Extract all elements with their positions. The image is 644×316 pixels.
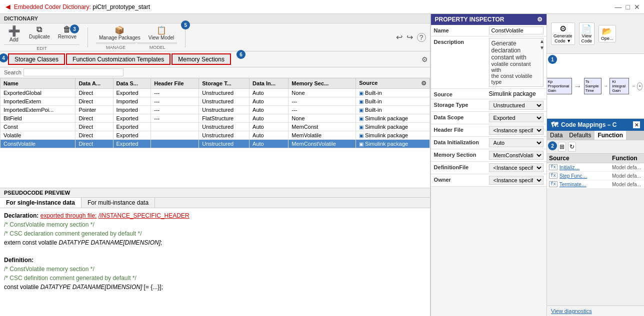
code-map-columns: Source Function [547,154,644,163]
data-init-select[interactable]: Auto Static Dynamic [489,138,544,147]
code-tab-defaults[interactable]: Defaults [566,131,594,140]
data-scope-select[interactable]: Exported Imported Global [489,113,544,122]
fx-badge: fx [549,173,558,179]
memory-section-select[interactable]: MemConstVolatile [489,151,544,160]
cell-data-a: Direct [76,131,113,140]
help-button[interactable]: ? [417,33,426,42]
scroll-down-icon[interactable]: ▼ [540,45,544,50]
tabs-settings-icon[interactable]: ⚙ [422,55,428,63]
owner-select[interactable]: <Instance specific> [489,176,544,185]
decl-code-3: extern const volatile DATATYPE DATANAME[… [4,238,426,248]
prop-label-header-file: Header File [434,126,489,133]
prop-row-storage-type: Storage Type Unstructured FlatStructure … [431,99,546,112]
code-map-value: Model defa... [612,165,642,170]
prop-value-definition-file: <Instance specific> [489,163,544,172]
view-diagnostics-link[interactable]: View diagnostics [547,306,644,316]
code-map-row[interactable]: fx Step Func… Model defa... [547,172,644,180]
code-map-row[interactable]: fx Initializ… Model defa... [547,163,644,172]
cell-source: ▣ Built-in [356,89,430,97]
prop-label-definition-file: DefinitionFile [434,163,489,170]
window-controls: — □ ✕ [615,3,640,11]
cell-header-file: --- [151,97,199,106]
header-file-select[interactable]: <Instance specific> [489,126,544,135]
col-source: Source ⚙ [356,78,430,89]
manage-packages-button[interactable]: 📦 Manage Packages [96,24,144,41]
tab-function-customization[interactable]: Function Customization Templates [66,53,170,65]
cell-name: Volatile [0,131,76,140]
prop-row-source: Source Simulink package [431,89,546,99]
code-tab-function[interactable]: Function [594,131,626,140]
duplicate-button[interactable]: ⧉ Duplicate [26,24,53,43]
column-settings-icon[interactable]: ⚙ [421,80,426,87]
minimize-button[interactable]: — [615,3,622,11]
name-input[interactable] [489,26,544,34]
declaration-header: Declaration: exported through file: /INS… [4,211,426,220]
code-map-link[interactable]: Step Func… [560,173,612,179]
code-tab-data[interactable]: Data [547,131,566,140]
title-bar: ◄ Embedded Coder Dictionary: piCtrl_prot… [0,0,644,14]
cell-header-file: --- [151,106,199,114]
cell-data-in: Auto [250,97,288,106]
cell-storage-t: Unstructured [199,140,250,148]
cell-storage-t: FlatStructure [199,114,250,123]
cell-source: ▣ Built-in [356,106,430,114]
close-button[interactable]: ✕ [634,3,640,11]
col-source-header: Source [549,155,612,162]
prop-value-data-init: Auto Static Dynamic [489,138,544,147]
open-button[interactable]: 📂 Ope... [598,25,616,42]
col-data-s: Data S... [113,78,151,89]
code-mappings-close-icon[interactable]: ✕ [633,121,640,128]
code-map-link[interactable]: Initializ… [560,165,612,170]
cell-data-a: Direct [76,97,113,106]
undo-button[interactable]: ↩ [396,32,402,42]
cell-data-s: Imported [113,97,151,106]
prop-value-header-file: <Instance specific> [489,126,544,135]
table-view-button[interactable]: ⊞ [558,142,566,152]
cell-data-s: Exported [113,114,151,123]
refresh-button[interactable]: ↻ [568,142,576,152]
cell-data-a: Direct [76,140,113,148]
back-arrow-icon[interactable]: ◄ [4,2,12,11]
pseudo-tab-single[interactable]: For single-instance data [0,198,82,208]
prop-label-description: Description [434,38,489,45]
declaration-link[interactable]: exported through file: [40,212,97,219]
table-row[interactable]: Const Direct Exported Unstructured Auto … [0,123,430,131]
cell-memory-sec: MemConst [288,123,356,131]
tab-storage-classes[interactable]: Storage Classes [8,53,65,65]
table-row[interactable]: ImportedExtern Direct Imported --- Unstr… [0,97,430,106]
prop-label-storage-type: Storage Type [434,101,489,108]
table-row[interactable]: Volatile Direct Exported Unstructured Au… [0,131,430,140]
search-input[interactable] [24,68,124,76]
prop-value-owner: <Instance specific> [489,176,544,185]
table-row[interactable]: ImportedExternPoi... Pointer Imported --… [0,106,430,114]
view-code-button[interactable]: 📄 View Code [579,22,595,45]
prop-row-description: Description Generate declaration constan… [431,36,546,89]
add-button[interactable]: ➕ Add [4,24,24,43]
cell-storage-t: Unstructured [199,106,250,114]
generate-code-button[interactable]: ⚙ Generate Code ▼ [551,22,575,45]
declaration-path[interactable]: /INSTANCE_SPECIFIC_HEADER [98,212,190,219]
cell-header-file [151,131,199,140]
definition-file-select[interactable]: <Instance specific> [489,163,544,172]
table-row[interactable]: BitField Direct Exported --- FlatStructu… [0,114,430,123]
redo-button[interactable]: ↪ [406,32,413,42]
table-row[interactable]: ExportedGlobal Direct Exported --- Unstr… [0,89,430,97]
search-bar: Search [0,67,430,78]
scroll-up-icon[interactable]: ▲ [540,38,544,44]
annotation-1: 1 [548,55,557,64]
remove-label: Remove [58,34,76,39]
code-map-row[interactable]: fx Terminate… Model defa... [547,180,644,189]
table-row[interactable]: ConstVolatile Direct Exported Unstructur… [0,140,430,148]
storage-type-select[interactable]: Unstructured FlatStructure Structured [489,101,544,110]
cell-name: ImportedExtern [0,97,76,106]
cell-name: ImportedExternPoi... [0,106,76,114]
code-map-link[interactable]: Terminate… [560,182,612,187]
prop-header-gear[interactable]: ⚙ [537,16,542,23]
tab-memory-sections[interactable]: Memory Sections 6 [172,53,231,65]
view-model-button[interactable]: 📋 View Model [146,24,178,41]
pseudo-tab-multi[interactable]: For multi-instance data [82,198,155,208]
maximize-button[interactable]: □ [626,3,630,11]
cell-data-s: Exported [113,140,151,148]
col-memory-sec: Memory Sec... [288,78,356,89]
col-header-file: Header File [151,78,199,89]
